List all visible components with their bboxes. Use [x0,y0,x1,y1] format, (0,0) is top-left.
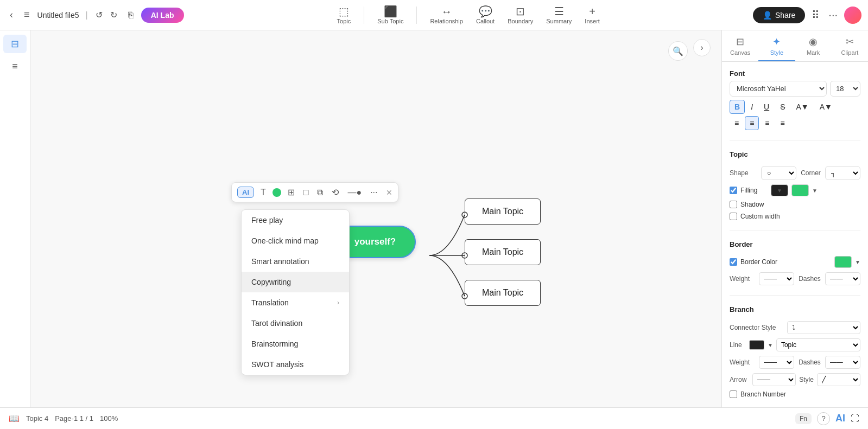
corner-label: Corner [801,169,821,177]
ai-badge-button[interactable]: AI [237,187,254,198]
style-select[interactable]: ╱ [817,373,860,386]
custom-width-checkbox[interactable] [730,213,737,220]
tab-style[interactable]: ✦ Style [758,30,795,61]
font-family-select[interactable]: Microsoft YaHei [730,81,827,97]
menu-item-swot[interactable]: SWOT analysis [242,354,349,375]
canvas-area[interactable]: 🔍 › AI T ⊞ □ ⧉ ⟲ —● ··· ✕ [30,30,721,407]
line-label: Line [730,341,746,349]
align-left-button[interactable]: ≡ [730,116,744,130]
line-topic-select[interactable]: Topic [776,338,860,351]
subtopic-label: Sub Topic [377,18,403,24]
more-button[interactable]: ··· [826,7,840,23]
expand-arrow[interactable]: › [693,39,711,56]
share-icon: 👤 [763,11,772,20]
topic-node-1[interactable]: Main Topic [465,199,541,225]
bold-button[interactable]: B [730,100,745,114]
corner-select[interactable]: ┐ [825,166,860,180]
highlight-button[interactable]: A▼ [815,100,837,114]
topic-node-3[interactable]: Main Topic [465,280,541,306]
toolbar-relationship[interactable]: ↔ Relationship [430,6,463,24]
menu-item-one-click[interactable]: One-click mind map [242,230,349,251]
align-justify-button[interactable]: ≡ [776,116,790,130]
branch-section-label: Branch [730,305,860,313]
shape-tool-icon[interactable]: □ [301,187,311,199]
top-bar-center: ⬚ Topic ⬛ Sub Topic ↔ Relationship 💬 Cal… [188,6,749,24]
menu-item-free-play[interactable]: Free play [242,210,349,230]
ai-lab-button[interactable]: AI Lab [141,8,184,23]
align-right-button[interactable]: ≡ [760,116,774,130]
top-bar-right: 👤 Share ⠿ ··· [753,7,861,24]
toolbar-summary[interactable]: ☰ Summary [546,6,572,24]
align-center-button[interactable]: ≡ [745,116,759,130]
toolbar-subtopic[interactable]: ⬛ Sub Topic [377,6,403,24]
more-tool-icon[interactable]: ··· [368,187,379,199]
bottom-topic-label: Topic 4 [26,414,48,422]
insert-icon: + [589,6,595,17]
menu-item-smart-annotation[interactable]: Smart annotation [242,251,349,272]
share-button[interactable]: 👤 Share [753,7,805,23]
filling-checkbox[interactable] [730,187,737,194]
tab-mark[interactable]: ◉ Mark [795,30,832,61]
toolbar-topic[interactable]: ⬚ Topic [337,6,351,24]
toolbar-callout[interactable]: 💬 Callout [476,6,495,24]
connector-style-select[interactable]: ⤵ [787,321,860,334]
canvas-tab-icon: ⊟ [736,36,744,48]
line-color-swatch[interactable] [749,340,764,350]
menu-item-tarot[interactable]: Tarot divination [242,313,349,334]
color-tool-circle[interactable] [273,188,281,197]
shadow-checkbox[interactable] [730,201,737,208]
bottom-zoom-label: 100% [100,414,118,422]
toolbar-boundary[interactable]: ⊡ Boundary [508,6,533,24]
filling-label: Filling [740,187,768,194]
text-tool-icon[interactable]: T [258,187,268,199]
loop-tool-icon[interactable]: ⟲ [330,186,341,199]
dash-tool-icon[interactable]: —● [345,187,364,199]
ai-text-button[interactable]: AI [835,413,845,424]
tab-clipart[interactable]: ✂ Clipart [832,30,868,61]
menu-item-translation[interactable]: Translation › [242,292,349,313]
fullscreen-button[interactable]: ⛶ [851,414,859,424]
sidebar-grid-view[interactable]: ⊟ [3,35,27,53]
toolbar-close-button[interactable]: ✕ [386,188,392,197]
branch-dashes-select[interactable]: —— [825,356,860,369]
shape-select[interactable]: ○ [761,166,796,180]
branch-number-checkbox[interactable] [730,390,737,398]
connector-style-label: Connector Style [730,324,784,331]
connect-tool-icon[interactable]: ⊞ [286,186,297,199]
border-color-swatch[interactable] [834,256,852,268]
underline-button[interactable]: U [759,100,774,114]
fn-button[interactable]: Fn [795,413,812,424]
toolbar-insert[interactable]: + Insert [585,6,600,24]
sidebar-list-view[interactable]: ≡ [3,57,27,75]
link-tool-icon[interactable]: ⧉ [315,187,325,199]
weight-select[interactable]: —— [759,272,794,285]
clipboard-button[interactable]: ⎘ [125,8,137,22]
font-size-select[interactable]: 18 [830,81,860,97]
avatar[interactable] [844,7,861,24]
filling-dark-swatch[interactable]: ▼ [771,184,788,196]
branch-weight-select[interactable]: —— [759,356,794,369]
redo-button[interactable]: ↻ [107,8,121,22]
dashes-select[interactable]: —— [825,272,860,285]
ai-topic-toolbar: AI T ⊞ □ ⧉ ⟲ —● ··· ✕ [231,182,398,202]
help-button[interactable]: ? [817,412,830,425]
topic-node-2[interactable]: Main Topic [465,239,541,265]
italic-button[interactable]: I [746,100,758,114]
tab-canvas[interactable]: ⊟ Canvas [722,30,758,61]
style-label: Style [799,376,814,383]
file-title: Untitled file5 [37,11,79,20]
border-color-checkbox[interactable] [730,258,737,266]
filling-green-swatch[interactable] [791,184,809,196]
grid-button[interactable]: ⠿ [809,7,822,24]
book-icon[interactable]: 📖 [9,413,20,424]
back-button[interactable]: ‹ [7,7,16,23]
strikethrough-button[interactable]: S [775,100,790,114]
menu-item-copywriting[interactable]: Copywriting [242,272,349,292]
menu-item-brainstorming[interactable]: Brainstorming [242,334,349,354]
arrow-select[interactable]: —— [752,373,796,386]
divider-3 [730,295,860,296]
undo-button[interactable]: ↺ [92,8,106,22]
font-color-button[interactable]: A▼ [791,100,813,114]
menu-button[interactable]: ≡ [21,7,33,23]
canvas-search[interactable]: 🔍 [668,41,688,61]
